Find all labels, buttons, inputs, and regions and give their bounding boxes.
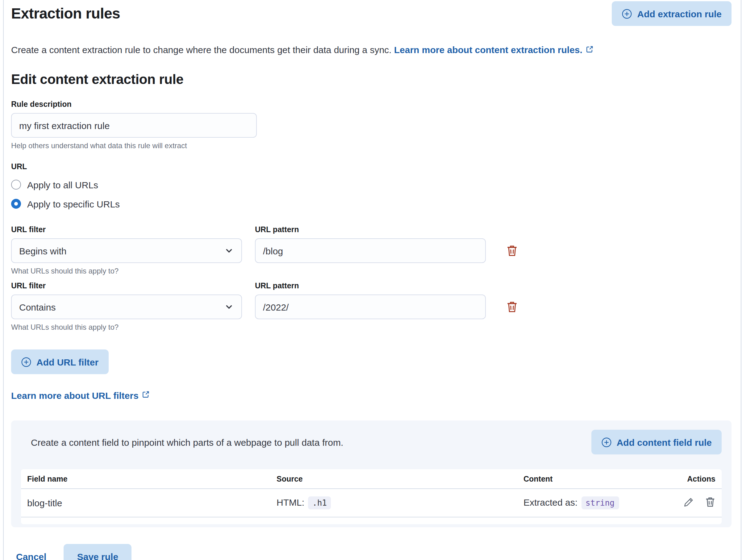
url-label: URL (11, 162, 732, 172)
url-pattern-input[interactable] (255, 238, 486, 263)
radio-apply-specific-urls[interactable]: Apply to specific URLs (11, 198, 732, 210)
learn-more-url-filters-link[interactable]: Learn more about URL filters (11, 390, 139, 401)
delete-url-filter-button[interactable] (506, 301, 517, 313)
trash-icon (506, 301, 518, 313)
actions-cell (635, 489, 722, 517)
content-fields-description: Create a content field to pinpoint which… (21, 437, 343, 447)
content-cell: Extracted as:string (517, 489, 635, 517)
source-code-badge: .h1 (308, 496, 331, 509)
url-pattern-label: URL pattern (255, 281, 486, 291)
column-header-actions: Actions (635, 469, 722, 489)
cancel-button[interactable]: Cancel (11, 544, 51, 560)
extraction-rules-page: Extraction rules Add extraction rule Cre… (3, 0, 741, 560)
form-footer: Cancel Save rule (11, 544, 732, 560)
learn-more-extraction-rules-link[interactable]: Learn more about content extraction rule… (394, 44, 582, 55)
plus-in-circle-icon (21, 357, 32, 367)
plus-in-circle-icon (622, 8, 632, 19)
trash-icon (705, 497, 716, 507)
url-filter-select[interactable]: Contains (11, 295, 242, 319)
filter-2-row: Contains (11, 295, 732, 319)
url-pattern-input[interactable] (255, 295, 486, 319)
rule-description-label: Rule description (11, 99, 732, 109)
radio-unselected-icon[interactable] (11, 180, 21, 190)
radio-selected-icon[interactable] (11, 199, 21, 209)
field-name-cell: blog-title (21, 489, 270, 517)
add-extraction-rule-button[interactable]: Add extraction rule (612, 1, 732, 26)
save-rule-button[interactable]: Save rule (64, 544, 131, 560)
trash-icon (506, 245, 518, 257)
table-row: blog-title HTML:.h1 Extracted as:string (21, 489, 722, 517)
content-fields-table: Field name Source Content Actions blog-t… (21, 469, 722, 524)
url-filter-label: URL filter (11, 225, 242, 235)
add-url-filter-button[interactable]: Add URL filter (11, 350, 108, 374)
url-filter-select[interactable]: Begins with (11, 238, 242, 263)
chevron-down-icon (224, 246, 234, 256)
column-header-source: Source (270, 469, 517, 489)
edit-rule-heading: Edit content extraction rule (11, 71, 732, 88)
filter-1-labels: URL filter URL pattern (11, 225, 732, 235)
delete-url-filter-button[interactable] (506, 245, 517, 257)
rule-description-input[interactable] (11, 113, 257, 138)
page-description: Create a content extraction rule to chan… (11, 43, 732, 57)
external-link-icon (585, 44, 594, 57)
column-header-field-name: Field name (21, 469, 270, 489)
filter-2-help: What URLs should this apply to? (11, 322, 732, 332)
radio-apply-all-urls[interactable]: Apply to all URLs (11, 179, 732, 191)
pencil-icon (683, 497, 694, 507)
delete-content-field-button[interactable] (705, 497, 716, 507)
page-header: Extraction rules Add extraction rule (11, 0, 732, 26)
filter-2-labels: URL filter URL pattern (11, 281, 732, 291)
chevron-down-icon (224, 302, 234, 312)
screen: Extraction rules Add extraction rule Cre… (0, 0, 742, 560)
filter-1-row: Begins with (11, 238, 732, 263)
source-cell: HTML:.h1 (270, 489, 517, 517)
url-filter-label: URL filter (11, 281, 242, 291)
add-content-field-rule-button[interactable]: Add content field rule (591, 430, 722, 454)
column-header-content: Content (517, 469, 635, 489)
url-pattern-label: URL pattern (255, 225, 486, 235)
external-link-icon (142, 390, 150, 401)
rule-description-help: Help others understand what data this ru… (11, 141, 732, 151)
filter-1-help: What URLs should this apply to? (11, 266, 732, 276)
page-title: Extraction rules (11, 1, 120, 26)
content-fields-panel: Create a content field to pinpoint which… (11, 420, 732, 527)
edit-content-field-button[interactable] (683, 497, 694, 507)
plus-in-circle-icon (601, 437, 612, 447)
content-code-badge: string (581, 496, 619, 509)
